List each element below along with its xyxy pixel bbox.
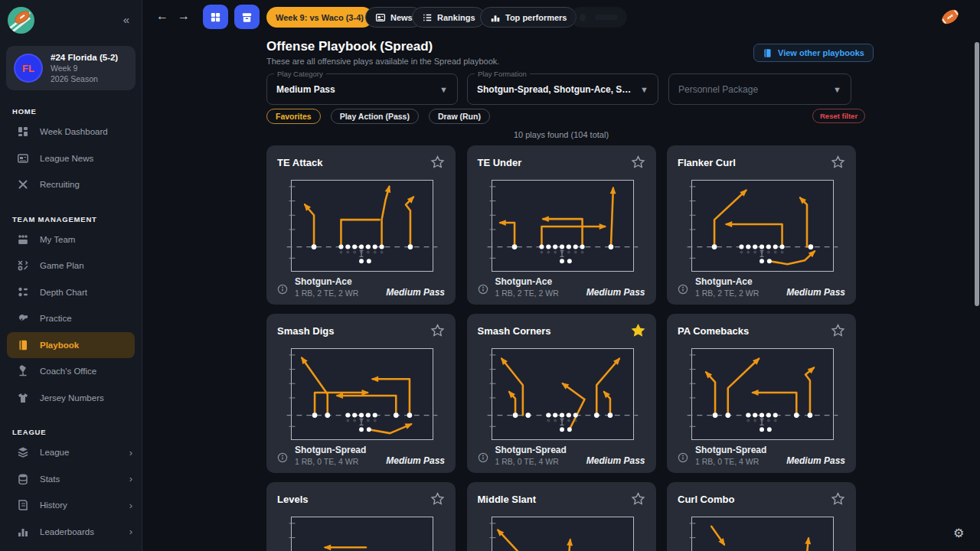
- favorite-star-icon[interactable]: [631, 155, 645, 169]
- rankings-button[interactable]: Rankings: [412, 7, 485, 28]
- sidebar-section-label: TEAM MANAGEMENT: [12, 215, 142, 223]
- archive-box-icon: [241, 11, 253, 23]
- sidebar: « FL #24 Florida (5-2) Week 9 2026 Seaso…: [0, 0, 142, 551]
- sidebar-item-depth-chart[interactable]: Depth Chart: [0, 279, 142, 306]
- info-icon[interactable]: [277, 284, 288, 295]
- info-icon[interactable]: [678, 452, 688, 463]
- play-category: Medium Pass: [586, 455, 645, 466]
- disabled-button-icon: [580, 14, 586, 21]
- play-personnel: 1 RB, 2 TE, 2 WR: [495, 289, 559, 298]
- top-performers-button[interactable]: Top performers: [480, 7, 577, 28]
- play-card[interactable]: Smash Corners Shotgun-Spread 1 RB, 0 TE,…: [467, 314, 656, 473]
- sidebar-item-history[interactable]: History›: [0, 492, 142, 519]
- sidebar-item-label: League: [40, 448, 69, 457]
- week-game-button[interactable]: Week 9: vs Waco (3-4): [266, 7, 373, 28]
- settings-gear-icon[interactable]: ⚙: [953, 526, 964, 540]
- favorite-star-icon[interactable]: [430, 492, 445, 506]
- reset-filter-button[interactable]: Reset filter: [812, 109, 865, 123]
- back-arrow-button[interactable]: ←: [156, 9, 168, 23]
- sidebar-item-coach-s-office[interactable]: Coach's Office: [0, 358, 142, 385]
- play-formation-select[interactable]: Play Formation Shotgun-Spread, Shotgun-A…: [467, 73, 658, 105]
- play-card[interactable]: PA Comebacks Shotgun-Spread 1 RB, 0 TE, …: [667, 314, 856, 473]
- favorite-star-icon[interactable]: [831, 492, 845, 506]
- play-personnel: 1 RB, 2 TE, 2 WR: [295, 289, 358, 298]
- play-category: Medium Pass: [586, 287, 645, 298]
- play-formation: Shotgun-Ace: [295, 276, 358, 287]
- personnel-package-select[interactable]: Personnel Package ▼: [668, 73, 851, 105]
- favorite-star-icon[interactable]: [831, 324, 845, 337]
- info-icon[interactable]: [277, 452, 288, 463]
- favorite-star-icon[interactable]: [831, 155, 845, 169]
- football-icon[interactable]: [939, 5, 962, 28]
- play-card[interactable]: Middle Slant: [467, 482, 656, 551]
- sidebar-item-leaderboards[interactable]: Leaderboards›: [0, 519, 142, 546]
- play-card[interactable]: Smash Digs Shotgun-Spread 1 RB, 0 TE, 4 …: [266, 314, 456, 473]
- sidebar-item-label: Depth Chart: [40, 288, 87, 297]
- favorite-star-icon[interactable]: [631, 324, 645, 337]
- play-category: Medium Pass: [386, 287, 445, 298]
- sidebar-item-playbook[interactable]: Playbook: [7, 332, 135, 359]
- sidebar-item-label: Week Dashboard: [40, 127, 108, 136]
- view-other-playbooks-button[interactable]: View other playbooks: [753, 44, 874, 62]
- dashboard-grid-button[interactable]: [203, 5, 228, 29]
- info-icon[interactable]: [478, 284, 488, 295]
- sidebar-item-week-dashboard[interactable]: Week Dashboard: [0, 119, 142, 145]
- play-category-select[interactable]: Play Category Medium Pass ▼: [266, 73, 458, 105]
- jersey-icon: [17, 392, 29, 404]
- play-diagram: [492, 180, 634, 272]
- sidebar-section-label: HOME: [12, 107, 142, 116]
- play-card[interactable]: TE Under Shotgun-Ace 1 RB, 2 TE, 2 WR Me…: [467, 145, 656, 305]
- sidebar-item-label: Jersey Numbers: [40, 393, 104, 403]
- chevron-right-icon: ›: [129, 526, 132, 537]
- info-icon[interactable]: [678, 284, 688, 295]
- sidebar-item-league[interactable]: League›: [0, 439, 142, 466]
- rankings-label: Rankings: [437, 13, 475, 22]
- app-logo-icon[interactable]: [8, 7, 34, 34]
- play-diagram: [691, 517, 834, 551]
- sidebar-item-practice[interactable]: Practice: [0, 305, 142, 332]
- info-icon[interactable]: [478, 452, 488, 463]
- sidebar-item-label: Game Plan: [40, 261, 84, 270]
- favorite-star-icon[interactable]: [430, 155, 445, 169]
- play-card[interactable]: Levels: [266, 482, 456, 551]
- play-card[interactable]: TE Attack Shotgun-Ace 1 RB, 2 TE, 2 WR M…: [266, 145, 456, 305]
- practice-icon: [17, 312, 29, 324]
- play-formation: Shotgun-Spread: [295, 445, 366, 455]
- page-title: Offense Playbook (Spread): [266, 39, 433, 54]
- sidebar-item-label: League News: [40, 154, 93, 163]
- news-icon: [17, 152, 29, 165]
- play-title: Curl Combo: [678, 492, 734, 505]
- play-formation: Shotgun-Ace: [495, 276, 559, 287]
- play-formation: Shotgun-Spread: [495, 445, 567, 455]
- chevron-right-icon: ›: [129, 447, 132, 458]
- personnel-package-placeholder: Personnel Package: [678, 84, 758, 95]
- play-title: Smash Digs: [277, 324, 334, 337]
- favorite-star-icon[interactable]: [430, 324, 445, 337]
- disabled-button: [570, 7, 627, 28]
- play-formation-label: Play Formation: [475, 70, 530, 78]
- favorite-star-icon[interactable]: [631, 492, 645, 506]
- filter-chip-favorites[interactable]: Favorites: [266, 109, 321, 124]
- sidebar-item-my-team[interactable]: My Team: [0, 227, 142, 253]
- play-diagram: [691, 180, 834, 272]
- team-card[interactable]: FL #24 Florida (5-2) Week 9 2026 Season: [6, 46, 136, 90]
- play-formation: Shotgun-Spread: [695, 445, 766, 455]
- team-name: #24 Florida (5-2): [51, 53, 118, 62]
- play-card[interactable]: Flanker Curl Shotgun-Ace 1 RB, 2 TE, 2 W…: [667, 145, 856, 305]
- archive-button[interactable]: [234, 5, 260, 29]
- sidebar-item-label: Practice: [40, 314, 72, 323]
- filter-chip-play-action-pass-[interactable]: Play Action (Pass): [331, 109, 419, 124]
- sidebar-item-recruiting[interactable]: Recruiting: [0, 171, 142, 198]
- sidebar-item-jersey-numbers[interactable]: Jersey Numbers: [0, 385, 142, 412]
- chevron-right-icon: ›: [129, 473, 132, 484]
- vertical-scrollbar[interactable]: [975, 42, 979, 306]
- play-card[interactable]: Curl Combo: [667, 482, 856, 551]
- sidebar-item-stats[interactable]: Stats›: [0, 466, 142, 493]
- sidebar-collapse-button[interactable]: «: [123, 13, 129, 26]
- play-title: Levels: [277, 492, 308, 505]
- filter-chip-draw-run-[interactable]: Draw (Run): [429, 109, 490, 124]
- forward-arrow-button[interactable]: →: [178, 9, 190, 23]
- news-label: News: [390, 13, 413, 22]
- sidebar-item-game-plan[interactable]: Game Plan: [0, 253, 142, 279]
- sidebar-item-league-news[interactable]: League News: [0, 145, 142, 172]
